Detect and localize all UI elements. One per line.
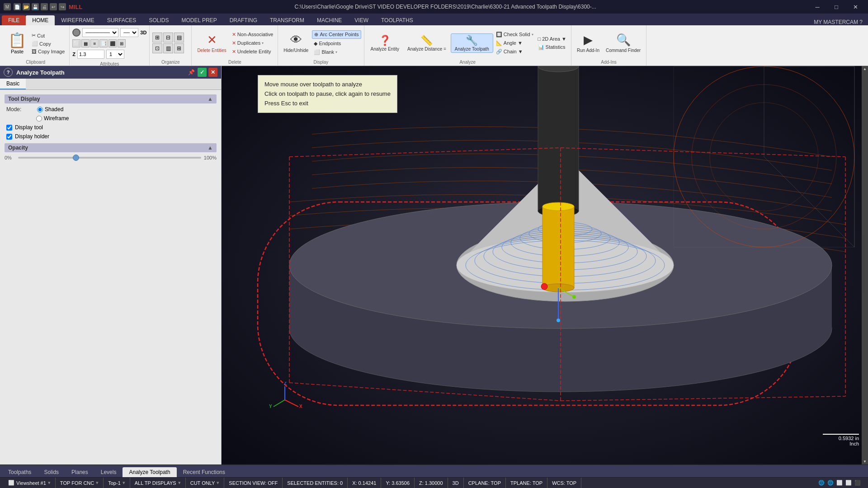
new-icon[interactable]: 📄 <box>14 3 21 10</box>
opacity-section-header[interactable]: Opacity ▲ <box>5 143 217 152</box>
blank-button[interactable]: ⬜ Blank ▾ <box>312 48 361 56</box>
tab-toolpaths[interactable]: Toolpaths <box>2 467 38 477</box>
org-icon-6[interactable]: ⊞ <box>174 43 184 53</box>
all-tp-item[interactable]: ALL TP DISPLAYS ▾ <box>130 478 186 488</box>
delete-group: ✕ Delete Entities ✕ Non-Associative ✕ Du… <box>192 25 278 66</box>
tab-machine[interactable]: MACHINE <box>311 15 348 25</box>
mode-shaded[interactable]: Shaded <box>37 106 63 113</box>
org-icon-2[interactable]: ⊟ <box>163 33 173 42</box>
shaded-radio[interactable] <box>37 107 43 113</box>
analyze-entity-button[interactable]: ❓ Analyze Entity <box>367 34 403 52</box>
tab-planes[interactable]: Planes <box>65 467 94 477</box>
z-select[interactable]: 1 <box>106 50 124 59</box>
tab-model-prep[interactable]: MODEL PREP <box>175 15 223 25</box>
my-mastercam[interactable]: MY MASTERCAM ? <box>808 19 868 25</box>
tool-display-section-header[interactable]: Tool Display ▲ <box>5 94 217 103</box>
org-icon-1[interactable]: ⊞ <box>152 33 162 42</box>
save-icon[interactable]: 💾 <box>32 3 39 10</box>
run-add-in-button[interactable]: ▶ Run Add-In <box>574 31 602 55</box>
org-icon-5[interactable]: ▥ <box>163 43 173 53</box>
opacity-thumb[interactable] <box>73 155 79 161</box>
mode-wireframe[interactable]: Wireframe <box>36 115 69 122</box>
wireframe-radio[interactable] <box>36 116 42 122</box>
angle-button[interactable]: 📐 Angle ▼ <box>494 39 535 47</box>
status-icon-3[interactable]: ⬜ <box>836 480 843 486</box>
tab-solids[interactable]: SOLIDS <box>142 15 175 25</box>
color-picker[interactable] <box>72 28 80 37</box>
opacity-slider[interactable] <box>18 157 201 159</box>
print-icon[interactable]: 🖨 <box>41 3 48 10</box>
panel-close-button[interactable]: ✕ <box>208 68 217 77</box>
duplicates-button[interactable]: ✕ Duplicates ▾ <box>230 39 275 47</box>
display-tool-checkbox[interactable] <box>6 125 12 131</box>
statistics-button[interactable]: 📊 Statistics <box>536 43 568 51</box>
pattern-icon[interactable]: ≡ <box>90 39 99 47</box>
axes-svg: Z X Y <box>267 382 303 418</box>
tab-analyze-toolpath[interactable]: Analyze Toolpath <box>123 467 176 477</box>
display-tool-checkbox-label[interactable]: Display tool <box>6 124 43 131</box>
undelete-entity-button[interactable]: ✕ Undelete Entity <box>230 48 275 56</box>
attributes-group: ──────── ── 3D ⬜ ▦ ≡ 📑 ⬛ ⊞ Z <box>70 25 150 66</box>
panel-ok-button[interactable]: ✓ <box>198 68 207 77</box>
panel-pin-button[interactable]: 📌 <box>187 68 196 77</box>
copy-button[interactable]: ⬜ Copy <box>30 40 66 47</box>
tab-solids[interactable]: Solids <box>38 467 65 477</box>
linewidth-select[interactable]: ── <box>120 28 138 37</box>
display-holder-checkbox-label[interactable]: Display holder <box>6 133 49 140</box>
tab-basic[interactable]: Basic <box>0 79 26 89</box>
close-button[interactable]: ✕ <box>846 0 864 14</box>
attributes-content: ──────── ── 3D ⬜ ▦ ≡ 📑 ⬛ ⊞ Z <box>72 27 146 61</box>
hide-unhide-button[interactable]: 👁 Hide/Unhide <box>281 31 311 55</box>
chain-button[interactable]: 🔗 Chain ▼ <box>494 48 535 56</box>
status-icon-1[interactable]: 🌐 <box>818 480 825 486</box>
attr-more-icon[interactable]: ⬛ <box>108 39 117 47</box>
non-associative-button[interactable]: ✕ Non-Associative <box>230 31 275 38</box>
redo-icon[interactable]: ↪ <box>59 3 66 10</box>
tab-wireframe[interactable]: WIREFRAME <box>55 15 100 25</box>
open-icon[interactable]: 📂 <box>23 3 30 10</box>
cut-only-item[interactable]: CUT ONLY ▾ <box>186 478 225 488</box>
endpoints-button[interactable]: ◆ Endpoints <box>312 40 361 47</box>
paste-button[interactable]: 📋 Paste <box>5 30 30 56</box>
help-icon[interactable]: ? <box>4 68 13 77</box>
tab-toolpaths[interactable]: TOOLPATHS <box>375 15 420 25</box>
point-type-icon[interactable]: ⬜ <box>72 39 80 47</box>
z-input[interactable] <box>77 50 104 59</box>
tab-file[interactable]: FILE <box>2 15 26 25</box>
analyze-distance-button[interactable]: 📏 Analyze Distance = <box>404 34 450 52</box>
tab-levels[interactable]: Levels <box>94 467 123 477</box>
linetype-select[interactable]: ──────── <box>82 28 118 37</box>
check-solid-button[interactable]: 🔲 Check Solid ▾ <box>494 31 535 38</box>
maximize-button[interactable]: □ <box>827 0 845 14</box>
two-d-area-button[interactable]: □ 2D Area ▼ <box>536 35 568 42</box>
tab-transform[interactable]: TRANSFORM <box>264 15 311 25</box>
arc-center-points-button[interactable]: ⊕ Arc Center Points <box>312 30 361 39</box>
group-icon[interactable]: ⊞ <box>118 39 126 47</box>
undo-icon[interactable]: ↩ <box>50 3 57 10</box>
viewport[interactable]: Z X Y Move mouse over toolpath to analyz… <box>222 66 868 465</box>
status-icon-2[interactable]: 🌐 <box>827 480 834 486</box>
copy-image-button[interactable]: 🖼 Copy Image <box>30 48 66 55</box>
status-icon-4[interactable]: ⬜ <box>845 480 852 486</box>
delete-entities-button[interactable]: ✕ Delete Entities <box>194 31 229 55</box>
cut-button[interactable]: ✂ Cut <box>30 32 66 39</box>
org-icon-3[interactable]: ▤ <box>174 33 184 42</box>
status-icon-5[interactable]: ⬛ <box>854 480 861 486</box>
right-scrollbar[interactable]: ▲ ▼ <box>862 66 868 465</box>
tab-view[interactable]: VIEW <box>348 15 375 25</box>
scroll-up-button[interactable]: ▲ <box>863 67 867 71</box>
tab-surfaces[interactable]: SURFACES <box>101 15 143 25</box>
minimize-button[interactable]: ─ <box>808 0 826 14</box>
clipboard-main: 📋 Paste ✂ Cut ⬜ Copy 🖼 Copy Image <box>5 30 66 56</box>
tab-drafting[interactable]: DRAFTING <box>223 15 264 25</box>
layer-icon[interactable]: 📑 <box>99 39 108 47</box>
fill-icon[interactable]: ▦ <box>81 39 90 47</box>
tab-home[interactable]: HOME <box>26 15 55 25</box>
tab-recent-functions[interactable]: Recent Functions <box>177 467 231 477</box>
organize-items: ⊞ ⊟ ▤ ⊡ ▥ ⊞ <box>152 27 189 59</box>
scroll-down-button[interactable]: ▼ <box>863 460 867 464</box>
command-finder-button[interactable]: 🔍 Command Finder <box>603 31 643 55</box>
display-holder-checkbox[interactable] <box>6 134 12 140</box>
analyze-toolpath-button[interactable]: 🔧 Analyze Toolpath <box>451 33 493 53</box>
org-icon-4[interactable]: ⊡ <box>152 43 162 53</box>
